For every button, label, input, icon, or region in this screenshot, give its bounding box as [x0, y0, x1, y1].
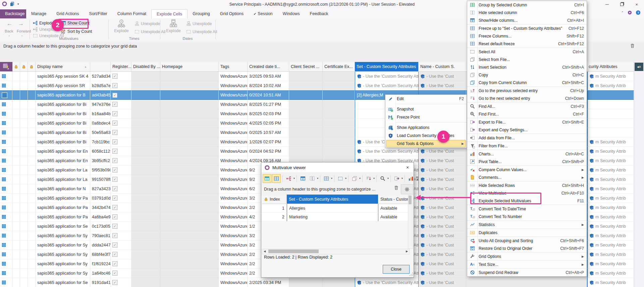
cell-l2[interactable] — [20, 259, 28, 269]
registered-checkbox[interactable]: ✓ — [112, 252, 117, 257]
menu-item-snapshot[interactable]: Snapshot — [385, 105, 467, 113]
cell-cs[interactable] — [289, 72, 323, 81]
mv-single-view-button[interactable] — [263, 174, 271, 183]
cell-tags[interactable]: WindowsAzureA — [219, 222, 248, 231]
cell-dn[interactable]: sapio365 application for N — [36, 184, 90, 194]
cell-l1[interactable] — [12, 250, 20, 259]
cell-dis[interactable] — [131, 194, 160, 203]
registered-checkbox[interactable]: ✓ — [112, 280, 117, 285]
cell-dn[interactable]: sapio365 application for Sy — [36, 259, 90, 269]
toolbar-overflow-icon[interactable]: ▸▸▾ — [416, 176, 419, 181]
cell-nameattr[interactable]: i- Use the 'Cust — [419, 250, 466, 259]
registered-checkbox[interactable]: ✓ — [112, 93, 117, 98]
cell-l3[interactable] — [28, 109, 36, 119]
cell-nameattr[interactable]: i- Use the 'Cust — [419, 240, 466, 250]
explode-times-button[interactable]: Explode — [111, 18, 132, 39]
cell-dn[interactable]: sapio365 application for Sy — [36, 231, 90, 240]
cell-home[interactable] — [160, 269, 219, 278]
cell-right[interactable]: im Security Attrib — [587, 278, 634, 287]
registered-checkbox[interactable]: ✓ — [112, 83, 117, 88]
cell-dn[interactable]: sapio365 application for B — [36, 90, 90, 100]
dropdown-caret-icon[interactable]: ▾ — [359, 177, 361, 180]
cell-dn[interactable]: sapio365 application for Pa — [36, 212, 90, 222]
cell-nameattr[interactable]: i- Use the 'Cust — [419, 156, 466, 165]
cell-reg[interactable]: ✓ — [111, 212, 131, 222]
column-header-reg[interactable]: Register... — [111, 62, 131, 72]
column-header-home[interactable]: Homepage — [160, 62, 219, 72]
cell-cs[interactable] — [289, 100, 323, 109]
cell-dn[interactable]: sapio365 App session SR — [36, 81, 90, 90]
registered-checkbox[interactable]: ✓ — [112, 242, 117, 247]
cell-tags[interactable]: WindowsAzureA — [219, 250, 248, 259]
cell-dn[interactable]: sapio365 application for En — [36, 156, 90, 165]
cell-reg[interactable]: ✓ — [111, 203, 131, 212]
column-header-cs[interactable]: Client Secret ... — [289, 62, 323, 72]
collapse-ribbon-icon[interactable]: ⌃ — [621, 11, 624, 14]
cell-home[interactable] — [160, 212, 219, 222]
cell-reg[interactable]: ✓ — [111, 278, 131, 287]
cell-id[interactable]: 7cb119bc — [90, 137, 111, 147]
cell-id[interactable]: 527a8d343 — [90, 72, 111, 81]
side-panel-toggle-icon[interactable]: ◂≡ — [635, 63, 643, 71]
registered-checkbox[interactable]: ✓ — [112, 214, 117, 219]
cell-right[interactable]: im Security Attrib — [587, 222, 634, 231]
tab-grouping[interactable]: Grouping — [187, 9, 215, 18]
cell-created[interactable]: 1/2026 02:07 PM — [248, 137, 289, 147]
help-icon[interactable]: ? — [636, 10, 641, 15]
cell-right[interactable]: im Security Attrib — [587, 259, 634, 269]
menu-item-suspend-grid-redraw[interactable]: Suspend Grid RedrawCtrl+Alt+P — [467, 269, 587, 276]
row-selector-icon[interactable] — [0, 128, 12, 137]
cell-dis[interactable] — [131, 240, 160, 250]
cell-tags[interactable]: WindowsAzureA — [219, 194, 248, 203]
cell-tags[interactable]: WindowsAzureA — [219, 231, 248, 240]
cell-dis[interactable] — [131, 109, 160, 119]
tab-column-format[interactable]: Column Format — [112, 9, 151, 18]
cell-dis[interactable] — [131, 203, 160, 212]
row-selector-icon[interactable] — [0, 137, 12, 147]
menu-item-freeze-columns[interactable]: Freeze Columns...Shift+F12 — [467, 32, 587, 40]
cell-l3[interactable] — [28, 278, 36, 287]
cell-home[interactable] — [160, 156, 219, 165]
cell-l3[interactable] — [28, 231, 36, 240]
dialog-close-icon[interactable]: × — [404, 164, 412, 171]
cell-nameattr[interactable]: i- Use the 'Cust — [419, 269, 466, 278]
dropdown-caret-icon[interactable]: ▾ — [345, 177, 346, 180]
scroll-left-icon[interactable]: ◀ — [262, 249, 267, 254]
row-selector-icon[interactable] — [0, 175, 12, 184]
dropdown-caret-icon[interactable]: ▾ — [373, 177, 375, 180]
cell-home[interactable] — [160, 231, 219, 240]
cell-tags[interactable]: WindowsAzureA — [219, 212, 248, 222]
row-selector-icon[interactable] — [0, 212, 12, 222]
cell-mid[interactable] — [466, 278, 587, 287]
cell-nameattr[interactable]: i- Use the 'Cust — [419, 222, 466, 231]
cell-reg[interactable]: ✓ — [111, 100, 131, 109]
cell-dn[interactable]: sapio365 application for Sy — [36, 269, 90, 278]
right-scroll-strip[interactable] — [634, 62, 644, 287]
tab-grid-options[interactable]: Grid Options — [215, 9, 249, 18]
cell-l2[interactable] — [20, 128, 28, 137]
tab-feedback[interactable]: Feedback — [305, 9, 333, 18]
cell-tags[interactable]: WindowsAzureA — [219, 156, 248, 165]
menu-item-show-applications[interactable]: iShow Applications — [385, 124, 467, 132]
cell-created[interactable]: 8/2025 01:27 PM — [248, 100, 289, 109]
cell-dn[interactable]: sapio365 application for Bi — [36, 109, 90, 119]
cell-id[interactable]: b28d5a7e — [90, 81, 111, 90]
trash-icon[interactable] — [630, 43, 635, 48]
cell-l3[interactable] — [28, 175, 36, 184]
cell-nameattr[interactable]: i- Use the 'Cust — [419, 165, 466, 175]
cell-cs[interactable] — [289, 81, 323, 90]
cell-l3[interactable] — [28, 156, 36, 165]
menu-item-go-to-the-next-selected-entry[interactable]: Go to the next selected entryCtrl+Down — [467, 94, 587, 102]
cell-l3[interactable] — [28, 194, 36, 203]
registered-checkbox[interactable]: ✓ — [112, 205, 117, 210]
cell-cert[interactable] — [323, 90, 355, 100]
cell-l1[interactable] — [12, 259, 20, 269]
cell-nameattr[interactable]: i- Use the 'Cust — [419, 231, 466, 240]
cell-tags[interactable]: WindowsAzureA — [219, 109, 248, 119]
dialog-column-header-set[interactable]: Set - Custom Security Attributes — [287, 195, 378, 204]
column-header-tags[interactable]: Tags — [219, 62, 248, 72]
registered-checkbox[interactable]: ✓ — [112, 139, 117, 144]
cell-nameattr[interactable]: i- Use the 'Cust — [419, 278, 466, 287]
cell-dn[interactable]: sapio365 application for En — [36, 147, 90, 156]
cell-right[interactable]: im Security Attrib — [587, 175, 634, 184]
